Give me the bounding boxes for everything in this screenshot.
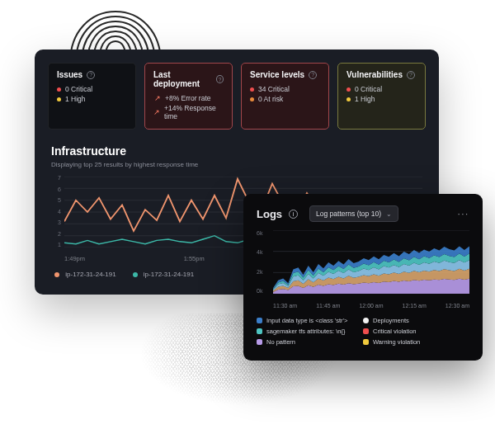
infrastructure-title: Infrastructure <box>51 144 422 158</box>
issues-critical-value: 0 Critical <box>65 85 92 93</box>
legend-label: No pattern <box>266 338 295 346</box>
vulnerabilities-card[interactable]: Vulnerabilities ? 0 Critical 1 High <box>337 63 426 130</box>
status-dot-critical <box>250 87 254 92</box>
issues-card-title: Issues <box>57 70 82 79</box>
legend-swatch <box>363 318 369 323</box>
logs-y-axis: 6k4k2k0k <box>257 230 270 294</box>
logs-plot-svg <box>273 230 469 294</box>
legend-item: Input data type is <class 'str'> <box>257 317 363 324</box>
legend-swatch <box>133 272 138 277</box>
legend-item: Warning violation <box>363 338 469 346</box>
infra-y-axis: 7654321 <box>51 175 61 248</box>
more-menu-icon[interactable]: ··· <box>458 210 469 219</box>
help-icon[interactable]: ? <box>407 71 415 79</box>
legend-label: Input data type is <class 'str'> <box>266 317 347 324</box>
vulnerabilities-title: Vulnerabilities <box>346 70 403 79</box>
legend-label: Critical violation <box>373 328 417 335</box>
issues-high-value: 1 High <box>65 95 86 103</box>
legend-label: Warning violation <box>373 338 420 346</box>
logs-chart: 6k4k2k0k 11:30 am11:45 am12:00 am12:15 a… <box>257 230 469 309</box>
service-levels-title: Service levels <box>250 70 304 79</box>
help-icon[interactable]: ? <box>309 71 317 79</box>
logs-legend: Input data type is <class 'str'>Deployme… <box>257 317 469 349</box>
last-deployment-card[interactable]: Last deployment ? ↗ +8% Error rate ↗ +14… <box>144 63 233 130</box>
infrastructure-subtitle: Displaying top 25 results by highest res… <box>51 161 422 168</box>
last-deployment-title: Last deployment <box>153 70 212 88</box>
status-dot-high <box>346 97 351 101</box>
legend-label: sagemaker tfs attributes: \n{} <box>266 328 345 335</box>
legend-item: No pattern <box>257 338 363 346</box>
status-dot-high <box>57 97 61 101</box>
legend-item: ip-172-31-24-191 <box>133 271 195 278</box>
x-tick: 1:49pm <box>64 255 184 262</box>
vuln-high-value: 1 High <box>355 95 375 103</box>
issues-card[interactable]: Issues ? 0 Critical 1 High <box>48 63 136 130</box>
service-levels-card[interactable]: Service levels ? 34 Critical 0 At risk <box>241 63 329 130</box>
legend-swatch <box>257 339 262 345</box>
chevron-down-icon: ⌄ <box>386 210 392 218</box>
status-dot-critical <box>346 87 351 92</box>
select-value: Log patterns (top 10) <box>316 210 381 218</box>
legend-swatch <box>257 328 262 334</box>
logs-title: Logs <box>257 208 282 220</box>
status-dot-critical <box>57 87 61 92</box>
legend-swatch <box>257 318 262 323</box>
help-icon[interactable]: ? <box>216 75 224 83</box>
status-dot-atrisk <box>250 97 254 101</box>
legend-label: ip-172-31-24-191 <box>65 271 116 278</box>
service-atrisk-value: 0 At risk <box>258 95 283 103</box>
log-patterns-select[interactable]: Log patterns (top 10) ⌄ <box>309 205 398 222</box>
legend-item: ip-172-31-24-191 <box>54 271 116 278</box>
legend-item: Critical violation <box>363 328 469 335</box>
legend-swatch <box>363 339 369 345</box>
legend-swatch <box>363 328 369 334</box>
trend-up-icon: ↗ <box>153 94 161 102</box>
logs-x-axis: 11:30 am11:45 am12:00 am12:15 am12:30 am <box>273 303 469 309</box>
help-icon[interactable]: ? <box>87 71 95 79</box>
service-critical-value: 34 Critical <box>258 85 290 93</box>
legend-swatch <box>54 272 59 277</box>
logs-card: Logs i Log patterns (top 10) ⌄ ··· 6k4k2… <box>243 194 483 361</box>
trend-up-icon: ↗ <box>153 108 160 116</box>
legend-item: Deployments <box>363 317 469 324</box>
error-rate-value: +8% Error rate <box>165 94 211 102</box>
vuln-critical-value: 0 Critical <box>355 85 382 93</box>
summary-cards-row: Issues ? 0 Critical 1 High Last deployme… <box>48 63 426 130</box>
legend-item: sagemaker tfs attributes: \n{} <box>257 328 363 335</box>
legend-label: ip-172-31-24-191 <box>144 271 194 278</box>
info-icon[interactable]: i <box>289 210 298 219</box>
legend-label: Deployments <box>373 317 409 324</box>
logs-header: Logs i Log patterns (top 10) ⌄ ··· <box>257 205 469 222</box>
response-time-value: +14% Response time <box>164 104 224 120</box>
